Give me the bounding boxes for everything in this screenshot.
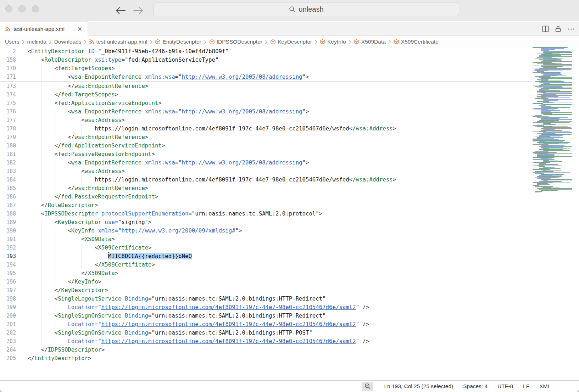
code-line[interactable]: 183<wsa:Address> — [0, 167, 531, 175]
code-line[interactable]: 182<wsa:EndpointReference xmlns:wsa="htt… — [0, 158, 531, 167]
line-number[interactable]: 196 — [0, 278, 16, 286]
line-number[interactable]: 175 — [0, 99, 16, 107]
line-number[interactable]: 190 — [0, 226, 16, 235]
line-number[interactable]: 182 — [0, 158, 16, 167]
code-line[interactable]: 204</IDPSSODescriptor> — [0, 346, 531, 354]
code-area[interactable]: 173</wsa:EndpointReference>174</fed:Targ… — [0, 82, 531, 363]
line-number[interactable]: 189 — [0, 218, 16, 226]
line-number[interactable]: 176 — [0, 107, 16, 116]
code-line[interactable]: 203Location="https://login.microsoftonli… — [0, 337, 531, 346]
editor[interactable]: 2<EntityDescriptor ID="_0be4911f-95eb-42… — [0, 47, 579, 380]
line-number[interactable]: 183 — [0, 167, 16, 175]
code-line[interactable]: 198<SingleLogoutService Binding="urn:oas… — [0, 295, 531, 303]
breadcrumb-item-x509certificate[interactable]: X509Certificate — [394, 39, 439, 45]
code-line[interactable]: 205</EntityDescriptor> — [0, 354, 531, 363]
code-line[interactable]: 187</RoleDescriptor> — [0, 201, 531, 209]
code-line[interactable]: 186</fed:PassiveRequestorEndpoint> — [0, 192, 531, 201]
line-number[interactable]: 193 — [0, 252, 16, 261]
line-number[interactable]: 178 — [0, 124, 16, 133]
line-number[interactable]: 186 — [0, 192, 16, 201]
code-line[interactable]: 197</KeyDescriptor> — [0, 286, 531, 295]
line-number[interactable]: 158 — [0, 56, 16, 64]
line-number[interactable]: 194 — [0, 261, 16, 269]
breadcrumb-item-idpssodescriptor[interactable]: IDPSSODescriptor — [209, 39, 262, 45]
code-line[interactable]: 184https://login.microsoftonline.com/4ef… — [0, 175, 531, 184]
indentation-status[interactable]: Spaces: 4 — [458, 383, 492, 390]
breadcrumb-item-downloads[interactable]: Downloads — [54, 39, 82, 45]
line-number[interactable]: 198 — [0, 295, 16, 303]
line-number[interactable]: 177 — [0, 116, 16, 124]
minimap[interactable] — [531, 47, 574, 196]
code-line[interactable]: 181<fed:PassiveRequestorEndpoint> — [0, 150, 531, 158]
code-line[interactable]: 158<RoleDescriptor xsi:type="fed:Applica… — [0, 56, 531, 64]
line-number[interactable]: 192 — [0, 243, 16, 252]
zoom-out-icon[interactable] — [362, 382, 373, 391]
cursor-position-status[interactable]: Ln 193, Col 25 (25 selected) — [379, 383, 458, 390]
line-number[interactable]: 187 — [0, 201, 16, 209]
code-line[interactable]: 192<X509Certificate> — [0, 243, 531, 252]
line-number[interactable]: 179 — [0, 133, 16, 141]
code-line[interactable]: 174</fed:TargetScopes> — [0, 90, 531, 99]
code-line[interactable]: 200<SingleSignOnService Binding="urn:oas… — [0, 312, 531, 320]
eol-status[interactable]: LF — [518, 383, 534, 390]
split-editor-icon[interactable] — [542, 26, 549, 32]
line-number[interactable]: 173 — [0, 82, 16, 90]
line-number[interactable]: 2 — [0, 47, 16, 56]
line-number[interactable]: 181 — [0, 150, 16, 158]
code-line[interactable]: 2<EntityDescriptor ID="_0be4911f-95eb-42… — [0, 47, 531, 56]
breadcrumb-item-users[interactable]: Users — [5, 39, 19, 45]
code-line[interactable]: 202<SingleSignOnService Binding="urn:oas… — [0, 329, 531, 337]
sticky-scroll[interactable]: 2<EntityDescriptor ID="_0be4911f-95eb-42… — [0, 47, 531, 82]
zoom-window-button[interactable] — [32, 5, 39, 12]
line-number[interactable]: 203 — [0, 337, 16, 346]
encoding-status[interactable]: UTF-8 — [492, 383, 518, 390]
line-number[interactable]: 180 — [0, 141, 16, 150]
line-number[interactable]: 204 — [0, 346, 16, 354]
code-line[interactable]: 185</wsa:EndpointReference> — [0, 184, 531, 192]
code-line[interactable]: 195</X509Data> — [0, 269, 531, 278]
line-number[interactable]: 202 — [0, 329, 16, 337]
code-line[interactable]: 201Location="https://login.microsoftonli… — [0, 320, 531, 329]
line-number[interactable]: 199 — [0, 303, 16, 312]
code-line[interactable]: 199Location="https://login.microsoftonli… — [0, 303, 531, 312]
code-line[interactable]: 175<fed:ApplicationServiceEndpoint> — [0, 99, 531, 107]
line-number[interactable]: 171 — [0, 73, 16, 81]
code-line[interactable]: 173</wsa:EndpointReference> — [0, 82, 531, 90]
line-number[interactable]: 185 — [0, 184, 16, 192]
command-center-search[interactable]: unleash — [154, 2, 459, 16]
code-line[interactable]: 190<KeyInfo xmlns="http://www.w3.org/200… — [0, 226, 531, 235]
tab-test-unleash-app-xml[interactable]: test-unleash-app.xml ✕ — [0, 22, 88, 36]
code-line[interactable]: 188<IDPSSODescriptor protocolSupportEnum… — [0, 209, 531, 218]
code-line[interactable]: 171<wsa:EndpointReference xmlns:wsa="htt… — [0, 73, 531, 81]
tab-close-icon[interactable]: ✕ — [76, 26, 83, 33]
breadcrumb-item-keydescriptor[interactable]: KeyDescriptor — [270, 39, 312, 45]
breadcrumb-item-x509data[interactable]: X509Data — [354, 39, 386, 45]
breadcrumb-item-keyinfo[interactable]: KeyInfo — [320, 39, 346, 45]
code-line[interactable]: 176<wsa:EndpointReference xmlns:wsa="htt… — [0, 107, 531, 116]
line-number[interactable]: 205 — [0, 354, 16, 363]
minimize-window-button[interactable] — [18, 5, 26, 12]
code-line[interactable]: 178https://login.microsoftonline.com/4ef… — [0, 124, 531, 133]
breadcrumb-item-test-unleash-app-xml[interactable]: test-unleash-app.xml — [89, 39, 147, 45]
line-number[interactable]: 184 — [0, 175, 16, 184]
language-mode-status[interactable]: XML — [534, 383, 556, 390]
code-line[interactable]: 189<KeyDescriptor use="signing"> — [0, 218, 531, 226]
code-line[interactable]: 194</X509Certificate> — [0, 261, 531, 269]
code-line[interactable]: 193MIIC8DCCA{{redacted}}bNeQ — [0, 252, 531, 261]
close-window-button[interactable] — [5, 5, 12, 12]
navigate-forward-button[interactable] — [132, 4, 145, 17]
breadcrumb-item-entitydescriptor[interactable]: EntityDescriptor — [155, 39, 201, 45]
code-line[interactable]: 170<fed:TargetScopes> — [0, 64, 531, 73]
line-number[interactable]: 174 — [0, 90, 16, 99]
line-number[interactable]: 195 — [0, 269, 16, 278]
unlock-icon[interactable] — [555, 26, 562, 32]
code-line[interactable]: 180</fed:ApplicationServiceEndpoint> — [0, 141, 531, 150]
line-number[interactable]: 188 — [0, 209, 16, 218]
breadcrumb-item-melinda[interactable]: melinda — [27, 39, 46, 45]
line-number[interactable]: 201 — [0, 320, 16, 329]
more-actions-icon[interactable] — [568, 26, 575, 32]
code-line[interactable]: 179</wsa:EndpointReference> — [0, 133, 531, 141]
code-line[interactable]: 196</KeyInfo> — [0, 278, 531, 286]
navigate-back-button[interactable] — [114, 4, 127, 17]
line-number[interactable]: 200 — [0, 312, 16, 320]
